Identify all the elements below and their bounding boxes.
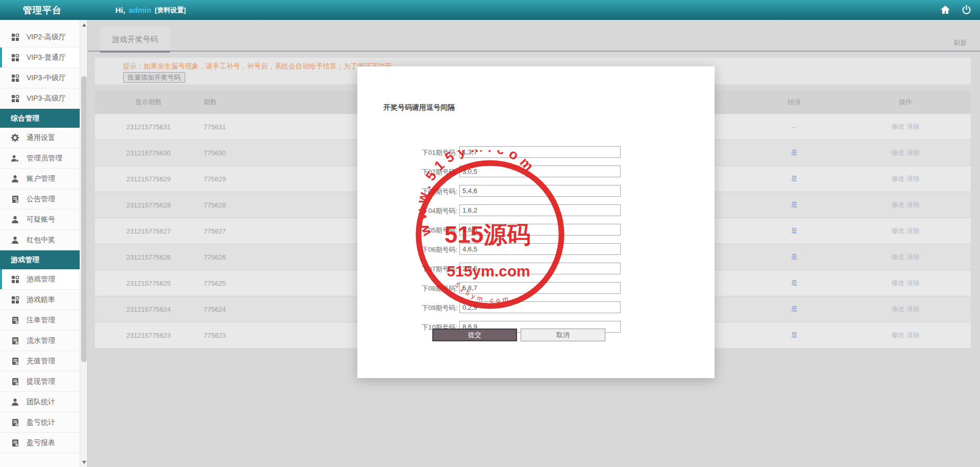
number-input-08[interactable] (459, 282, 621, 294)
row-actions[interactable]: 修改 清除 (840, 226, 971, 236)
cell-period: 775623 (202, 332, 309, 339)
number-input-01[interactable] (459, 146, 621, 158)
cell-period: 775627 (202, 227, 309, 235)
doc-icon (11, 337, 19, 345)
number-field-label: 下01期号码: (422, 148, 457, 157)
topbar: 管理平台 Hi, admin [资料设置] (0, 0, 980, 20)
grid-icon (11, 296, 19, 304)
grid-icon (11, 33, 19, 41)
grid-icon (11, 275, 19, 284)
sidebar-item[interactable]: VIP2-高级厅 (0, 27, 80, 48)
sidebar-scrollbar[interactable] (80, 20, 87, 467)
settled-link[interactable]: 是 (748, 174, 840, 183)
row-actions[interactable]: 修改 清除 (840, 252, 971, 262)
sidebar-item[interactable]: 游戏管理 (0, 269, 80, 290)
sidebar-item-label: 可疑账号 (27, 215, 55, 224)
users-icon (11, 154, 19, 162)
number-field-label: 下08期号码: (422, 284, 457, 293)
sidebar-item[interactable]: VIP3-中级厅 (0, 68, 80, 88)
sidebar-item[interactable]: 流水管理 (0, 331, 80, 351)
column-header-settled: 结清 (748, 98, 840, 107)
row-actions[interactable]: 修改 清除 (840, 122, 971, 131)
sidebar-item-label: 游戏管理 (27, 275, 55, 284)
sidebar-item-label: 提现管理 (27, 377, 55, 386)
number-field-row: 下08期号码: (357, 279, 715, 298)
sidebar-item[interactable]: 盈亏统计 (0, 412, 80, 433)
sidebar-item-label: 管理员管理 (27, 154, 62, 163)
column-header-period: 期数 (202, 98, 309, 107)
sidebar-item[interactable]: 盈亏报表 (0, 433, 80, 453)
doc-icon (11, 418, 19, 427)
settled-link[interactable]: 是 (748, 305, 840, 314)
sidebar-item-label: 游戏赔率 (27, 295, 55, 305)
number-field-row: 下01期号码: (357, 143, 715, 162)
sidebar-section-header: 游戏管理 (0, 250, 80, 269)
grid-icon (11, 95, 19, 103)
number-field-label: 下07期号码: (422, 265, 457, 274)
sidebar-item[interactable]: 账户管理 (0, 169, 80, 189)
row-actions[interactable]: 修改 清除 (840, 148, 971, 157)
number-input-09[interactable] (459, 301, 621, 313)
sidebar-item-label: 盈亏报表 (27, 438, 55, 448)
sidebar-item-label: VIP3-中级厅 (27, 74, 66, 83)
row-actions[interactable]: 修改 清除 (840, 305, 971, 314)
sidebar-item[interactable]: 可疑账号 (0, 209, 80, 230)
sidebar-item[interactable]: 通用设置 (0, 128, 80, 148)
cancel-button[interactable]: 取消 (521, 329, 605, 341)
number-input-05[interactable] (459, 224, 621, 236)
settled-link[interactable]: 是 (748, 252, 840, 262)
dialog-buttons: 提交 取消 (357, 329, 715, 342)
batch-add-button[interactable]: 批量添加开奖号码 (123, 72, 185, 83)
row-actions[interactable]: 修改 清除 (840, 331, 971, 340)
sidebar-item[interactable]: 红包中奖 (0, 230, 80, 250)
number-field-row: 下05期号码: (357, 221, 715, 240)
doc-icon (11, 439, 19, 447)
greeting-prefix: Hi, (115, 6, 125, 14)
number-input-03[interactable] (459, 185, 621, 197)
row-actions[interactable]: 修改 清除 (840, 278, 971, 288)
number-input-04[interactable] (459, 204, 621, 216)
scrollbar-thumb[interactable] (81, 76, 87, 362)
sidebar-item[interactable]: VIP3-高级厅 (0, 88, 80, 109)
sidebar-item-label: 通用设置 (27, 133, 55, 143)
settled-link[interactable]: 是 (748, 278, 840, 288)
home-icon[interactable] (940, 5, 951, 15)
column-header-display-period: 显示期数 (95, 98, 202, 107)
scroll-up-arrow[interactable] (80, 21, 88, 29)
number-field-label: 下02期号码: (422, 168, 457, 177)
number-field-row: 下03期号码: (357, 182, 715, 201)
tab-game-draw-numbers[interactable]: 游戏开奖号码 (100, 27, 170, 52)
sidebar-item[interactable]: 团队统计 (0, 392, 80, 412)
sidebar-item[interactable]: 提现管理 (0, 371, 80, 392)
sidebar-item[interactable]: 管理员管理 (0, 148, 80, 169)
cell-display-period: 231215775628 (95, 201, 202, 209)
sidebar-item-label: 充值管理 (27, 357, 55, 366)
sidebar-item[interactable]: 公告管理 (0, 189, 80, 209)
sidebar-item[interactable]: VIP3-普通厅 (0, 48, 80, 68)
row-actions[interactable]: 修改 清除 (840, 174, 971, 183)
app: 管理平台 Hi, admin [资料设置] VIP2-高级厅VIP3-普通厅VI… (0, 0, 980, 467)
sidebar-item[interactable]: 充值管理 (0, 351, 80, 371)
sidebar-item[interactable]: 游戏赔率 (0, 290, 80, 310)
sidebar-item[interactable]: 注单管理 (0, 310, 80, 331)
power-icon[interactable] (961, 5, 972, 15)
settled-link[interactable]: 是 (748, 331, 840, 340)
number-input-02[interactable] (459, 166, 621, 177)
scroll-down-arrow[interactable] (80, 458, 88, 466)
refresh-link[interactable]: 刷新 (953, 38, 967, 48)
sidebar-menu: VIP2-高级厅VIP3-普通厅VIP3-中级厅VIP3-高级厅综合管理通用设置… (0, 20, 80, 453)
settled-link[interactable]: 是 (748, 226, 840, 236)
cell-period: 775631 (202, 123, 309, 131)
settled-link[interactable]: 是 (748, 200, 840, 209)
number-field-label: 下09期号码: (422, 303, 457, 313)
settled-link[interactable]: 是 (748, 148, 840, 157)
number-input-07[interactable] (459, 263, 621, 274)
sidebar-item-label: 团队统计 (27, 398, 55, 407)
user-icon (11, 175, 19, 183)
row-actions[interactable]: 修改 清除 (840, 200, 971, 209)
sidebar-item-label: 流水管理 (27, 336, 55, 345)
submit-button[interactable]: 提交 (432, 329, 517, 341)
number-input-06[interactable] (459, 243, 621, 255)
profile-settings-link[interactable]: [资料设置] (155, 6, 186, 15)
cell-settled-empty: -- (748, 123, 840, 131)
